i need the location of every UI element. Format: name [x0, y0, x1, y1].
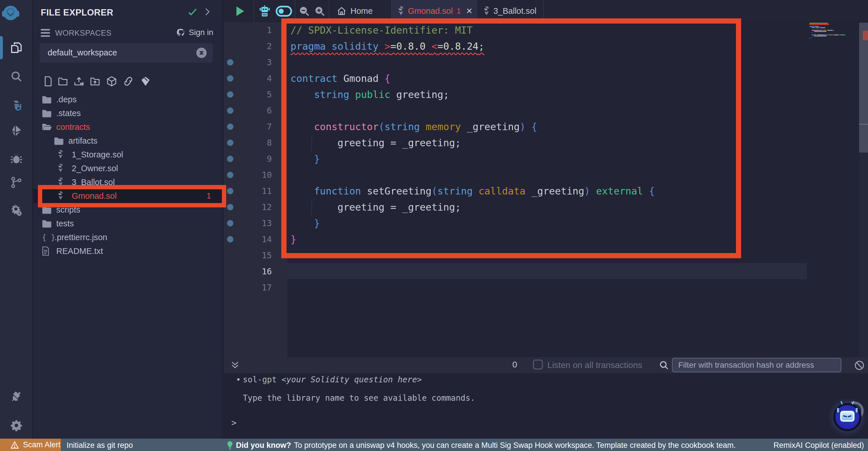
publish-gist-icon[interactable]	[140, 76, 151, 87]
tree-item-tests[interactable]: tests	[33, 217, 222, 230]
terminal-collapse-button[interactable]	[230, 360, 240, 370]
gutter-dot-icon[interactable]	[227, 91, 234, 98]
new-file-icon[interactable]	[42, 76, 53, 87]
sidebar-item-git[interactable]	[0, 171, 33, 193]
load-box-icon[interactable]	[106, 76, 117, 87]
tab-ballot[interactable]: 3_Ballot.sol	[477, 0, 544, 22]
sidebar-item-settings[interactable]	[0, 415, 33, 436]
home-icon	[337, 6, 346, 16]
tree-item-readme-txt[interactable]: README.txt	[33, 244, 222, 258]
tree-item-1-storage-sol[interactable]: 1_Storage.sol	[33, 148, 222, 162]
gutter-dot-icon[interactable]	[227, 172, 234, 178]
tree-item-3-ballot-sol[interactable]: 3_Ballot.sol	[33, 175, 222, 189]
folder-icon	[42, 205, 52, 214]
solidity-compiler-icon	[10, 99, 23, 112]
line-number: 1	[224, 22, 272, 38]
code-line-4: contract Gmonad {	[290, 71, 391, 86]
editor-scrollbar[interactable]	[859, 22, 868, 357]
line-number: 17	[224, 280, 272, 295]
tree-item--deps[interactable]: .deps	[33, 92, 222, 106]
tree-item-label: README.txt	[56, 247, 103, 256]
tab-close-icon[interactable]: ✕	[466, 6, 472, 16]
zoom-in-button[interactable]	[313, 0, 327, 22]
gutter-dot-icon[interactable]	[227, 220, 234, 226]
copilot-toggle[interactable]	[274, 0, 293, 22]
panel-title: FILE EXPLORER	[41, 7, 113, 18]
tree-item-label: scripts	[56, 205, 81, 215]
remix-logo-icon[interactable]	[2, 5, 20, 24]
tree-item-scripts[interactable]: scripts	[33, 203, 222, 217]
gears-icon	[10, 204, 23, 217]
import-link-icon[interactable]	[123, 76, 134, 87]
tree-item-contracts[interactable]: contracts	[33, 120, 222, 134]
sidebar-item-plugin-manager[interactable]	[0, 200, 33, 222]
workspace-select[interactable]: default_workspace	[40, 43, 213, 63]
sign-in-button[interactable]: Sign in	[175, 28, 213, 37]
zoom-out-button[interactable]	[298, 0, 311, 22]
file-explorer-toolbar	[33, 74, 222, 89]
remixai-assistant-button[interactable]	[833, 403, 861, 431]
gutter-dot-icon[interactable]	[227, 236, 234, 243]
braces-icon: { }	[42, 233, 55, 242]
toggle-icon	[276, 6, 292, 17]
terminal-line: Type the library name to see available c…	[243, 393, 475, 403]
tree-item-label: Gmonad.sol	[72, 191, 117, 201]
indent-guide	[311, 135, 312, 151]
minimap[interactable]	[807, 23, 859, 57]
gutter-dot-icon[interactable]	[227, 123, 234, 130]
gutter-dot-icon[interactable]	[227, 59, 234, 65]
upload-folder-icon[interactable]	[90, 76, 100, 87]
sidebar-item-debugger[interactable]	[0, 148, 33, 169]
robot-ear	[837, 408, 839, 413]
gutter-dot-icon[interactable]	[227, 156, 234, 162]
terminal-output[interactable]: •sol-gpt <your Solidity question here>Ty…	[224, 373, 868, 439]
line-number: 16	[224, 263, 272, 280]
tab-home[interactable]: Home	[329, 0, 391, 22]
code-line-11: function setGreeting(string calldata _gr…	[290, 183, 655, 199]
collapse-panel-chevron-icon[interactable]	[202, 7, 212, 17]
tree-item-2-owner-sol[interactable]: 2_Owner.sol	[33, 162, 222, 175]
sidebar-item-solidity-compiler[interactable]	[0, 94, 33, 116]
code-line-12: greeting = _greeting;	[290, 199, 461, 215]
upload-file-icon[interactable]	[73, 76, 84, 87]
gutter-dot-icon[interactable]	[227, 140, 234, 146]
sidebar-item-deploy-run[interactable]	[0, 120, 33, 142]
gutter-dot-icon[interactable]	[227, 188, 234, 194]
sidebar-item-search[interactable]	[0, 65, 33, 87]
line-number: 2	[224, 38, 272, 54]
folder-icon	[42, 95, 52, 104]
copilot-status: RemixAI Copilot (enabled)	[774, 441, 864, 450]
minimap-error-line	[809, 24, 829, 25]
scam-alert-badge[interactable]: Scam Alert	[0, 439, 61, 451]
transaction-count: 0	[513, 360, 517, 369]
lightbulb-icon	[227, 441, 233, 450]
workspaces-menu-icon[interactable]	[41, 29, 50, 38]
listen-all-checkbox[interactable]	[533, 360, 543, 369]
terminal-prompt[interactable]: >	[231, 418, 237, 428]
tree-item-gmonad-sol[interactable]: Gmonad.sol1	[33, 189, 222, 203]
sidebar-item-plugin-connector[interactable]	[0, 386, 33, 407]
remixai-button[interactable]	[258, 0, 271, 22]
github-icon	[175, 28, 186, 37]
gutter-dot-icon[interactable]	[227, 75, 234, 82]
transaction-filter-input[interactable]	[672, 358, 841, 372]
files-icon	[10, 41, 23, 54]
sidebar-item-file-explorer[interactable]	[0, 37, 33, 59]
error-count-badge: 1	[207, 192, 211, 200]
run-script-button[interactable]	[231, 0, 249, 22]
gutter-dot-icon[interactable]	[227, 107, 234, 114]
scrollbar-error-marker	[863, 31, 868, 40]
tab-gmonad[interactable]: Gmonad.sol 1 ✕	[392, 0, 477, 22]
tree-item--states[interactable]: .states	[33, 106, 222, 120]
check-icon	[187, 7, 197, 17]
play-icon	[236, 5, 245, 17]
gutter-dot-icon[interactable]	[227, 204, 234, 210]
tree-item-artifacts[interactable]: artifacts	[33, 134, 222, 148]
scrollbar-thumb[interactable]	[859, 23, 868, 152]
tree-item--prettierrc-json[interactable]: { }.prettierrc.json	[33, 230, 222, 244]
new-folder-icon[interactable]	[57, 76, 68, 87]
solidity-file-icon	[483, 6, 490, 16]
scrollbar-divider	[859, 124, 868, 125]
git-init-button[interactable]: Initialize as git repo	[67, 441, 133, 450]
clear-console-icon[interactable]	[854, 360, 865, 371]
